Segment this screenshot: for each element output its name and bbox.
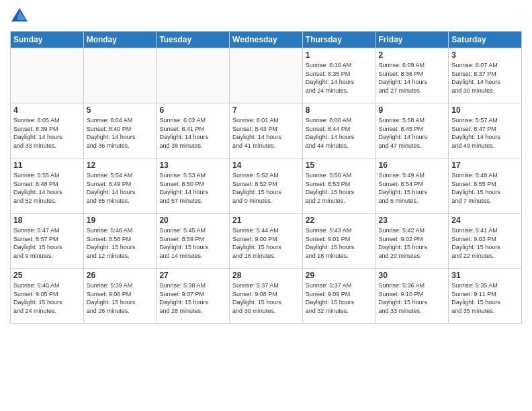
day-info: Sunrise: 5:46 AM Sunset: 8:58 PM Dayligh…	[87, 226, 154, 260]
weekday-header-monday: Monday	[83, 32, 157, 48]
calendar-cell: 18Sunrise: 5:47 AM Sunset: 8:57 PM Dayli…	[11, 214, 84, 269]
day-info: Sunrise: 5:57 AM Sunset: 8:47 PM Dayligh…	[451, 116, 519, 150]
day-info: Sunrise: 5:42 AM Sunset: 9:02 PM Dayligh…	[379, 226, 446, 260]
calendar-cell: 8Sunrise: 6:00 AM Sunset: 8:44 PM Daylig…	[302, 103, 375, 158]
day-info: Sunrise: 5:58 AM Sunset: 8:45 PM Dayligh…	[379, 116, 446, 150]
day-number: 26	[87, 271, 154, 280]
page: SundayMondayTuesdayWednesdayThursdayFrid…	[0, 0, 532, 411]
calendar-cell: 30Sunrise: 5:36 AM Sunset: 9:10 PM Dayli…	[375, 269, 449, 324]
weekday-header-sunday: Sunday	[11, 32, 84, 48]
day-number: 1	[306, 50, 373, 60]
day-number: 14	[232, 161, 300, 170]
day-info: Sunrise: 6:10 AM Sunset: 8:35 PM Dayligh…	[306, 61, 373, 95]
day-number: 12	[87, 161, 154, 170]
day-info: Sunrise: 5:40 AM Sunset: 9:05 PM Dayligh…	[13, 281, 81, 315]
calendar-cell: 11Sunrise: 5:55 AM Sunset: 8:48 PM Dayli…	[11, 158, 84, 214]
calendar-cell	[83, 48, 157, 103]
day-info: Sunrise: 6:04 AM Sunset: 8:40 PM Dayligh…	[87, 116, 154, 150]
day-info: Sunrise: 5:36 AM Sunset: 9:10 PM Dayligh…	[379, 281, 446, 315]
day-info: Sunrise: 5:49 AM Sunset: 8:54 PM Dayligh…	[379, 171, 446, 205]
week-row-1: 1Sunrise: 6:10 AM Sunset: 8:35 PM Daylig…	[11, 48, 522, 103]
day-info: Sunrise: 6:02 AM Sunset: 8:41 PM Dayligh…	[159, 116, 226, 150]
calendar-cell: 2Sunrise: 6:09 AM Sunset: 8:36 PM Daylig…	[375, 48, 449, 103]
day-info: Sunrise: 5:38 AM Sunset: 9:07 PM Dayligh…	[159, 281, 226, 315]
weekday-header-friday: Friday	[375, 32, 449, 48]
day-number: 4	[13, 105, 81, 115]
calendar-cell: 25Sunrise: 5:40 AM Sunset: 9:05 PM Dayli…	[11, 269, 84, 324]
day-number: 29	[306, 271, 373, 280]
calendar-cell: 19Sunrise: 5:46 AM Sunset: 8:58 PM Dayli…	[83, 214, 157, 269]
day-number: 16	[379, 161, 446, 170]
calendar-cell: 16Sunrise: 5:49 AM Sunset: 8:54 PM Dayli…	[375, 158, 449, 214]
calendar-cell: 22Sunrise: 5:43 AM Sunset: 9:01 PM Dayli…	[302, 214, 375, 269]
day-number: 7	[232, 105, 300, 115]
calendar-cell: 9Sunrise: 5:58 AM Sunset: 8:45 PM Daylig…	[375, 103, 449, 158]
day-number: 9	[379, 105, 446, 115]
week-row-2: 4Sunrise: 6:05 AM Sunset: 8:39 PM Daylig…	[11, 103, 522, 158]
day-info: Sunrise: 5:45 AM Sunset: 8:59 PM Dayligh…	[159, 226, 226, 260]
day-number: 20	[159, 216, 226, 225]
day-info: Sunrise: 6:05 AM Sunset: 8:39 PM Dayligh…	[13, 116, 81, 150]
header	[10, 7, 522, 26]
day-info: Sunrise: 5:50 AM Sunset: 8:53 PM Dayligh…	[306, 171, 373, 205]
week-row-3: 11Sunrise: 5:55 AM Sunset: 8:48 PM Dayli…	[11, 158, 522, 214]
day-number: 6	[159, 105, 226, 115]
day-info: Sunrise: 5:43 AM Sunset: 9:01 PM Dayligh…	[306, 226, 373, 260]
day-number: 11	[13, 161, 81, 170]
calendar-cell: 27Sunrise: 5:38 AM Sunset: 9:07 PM Dayli…	[157, 269, 230, 324]
day-number: 17	[451, 161, 519, 170]
day-number: 23	[379, 216, 446, 225]
calendar-table: SundayMondayTuesdayWednesdayThursdayFrid…	[10, 31, 522, 324]
calendar-cell: 7Sunrise: 6:01 AM Sunset: 8:43 PM Daylig…	[230, 103, 303, 158]
calendar-cell	[157, 48, 230, 103]
day-number: 30	[379, 271, 446, 280]
day-number: 19	[87, 216, 154, 225]
calendar-cell	[230, 48, 303, 103]
day-info: Sunrise: 5:52 AM Sunset: 8:52 PM Dayligh…	[232, 171, 300, 205]
calendar-cell: 14Sunrise: 5:52 AM Sunset: 8:52 PM Dayli…	[230, 158, 303, 214]
calendar-cell	[11, 48, 84, 103]
calendar-body: 1Sunrise: 6:10 AM Sunset: 8:35 PM Daylig…	[11, 48, 522, 324]
day-info: Sunrise: 5:47 AM Sunset: 8:57 PM Dayligh…	[13, 226, 81, 260]
calendar-header: SundayMondayTuesdayWednesdayThursdayFrid…	[11, 32, 522, 48]
week-row-4: 18Sunrise: 5:47 AM Sunset: 8:57 PM Dayli…	[11, 214, 522, 269]
calendar-cell: 15Sunrise: 5:50 AM Sunset: 8:53 PM Dayli…	[302, 158, 375, 214]
day-number: 28	[232, 271, 300, 280]
day-number: 21	[232, 216, 300, 225]
calendar-cell: 3Sunrise: 6:07 AM Sunset: 8:37 PM Daylig…	[449, 48, 522, 103]
week-row-5: 25Sunrise: 5:40 AM Sunset: 9:05 PM Dayli…	[11, 269, 522, 324]
calendar-cell: 20Sunrise: 5:45 AM Sunset: 8:59 PM Dayli…	[157, 214, 230, 269]
day-number: 10	[451, 105, 519, 115]
weekday-header-thursday: Thursday	[302, 32, 375, 48]
day-number: 31	[451, 271, 519, 280]
calendar-cell: 5Sunrise: 6:04 AM Sunset: 8:40 PM Daylig…	[83, 103, 157, 158]
calendar-cell: 10Sunrise: 5:57 AM Sunset: 8:47 PM Dayli…	[449, 103, 522, 158]
weekday-header-saturday: Saturday	[449, 32, 522, 48]
day-info: Sunrise: 5:35 AM Sunset: 9:11 PM Dayligh…	[451, 281, 519, 315]
day-number: 8	[306, 105, 373, 115]
weekday-header-wednesday: Wednesday	[230, 32, 303, 48]
day-info: Sunrise: 6:01 AM Sunset: 8:43 PM Dayligh…	[232, 116, 300, 150]
calendar-cell: 1Sunrise: 6:10 AM Sunset: 8:35 PM Daylig…	[302, 48, 375, 103]
day-number: 13	[159, 161, 226, 170]
calendar-cell: 13Sunrise: 5:53 AM Sunset: 8:50 PM Dayli…	[157, 158, 230, 214]
day-number: 3	[451, 50, 519, 60]
calendar-cell: 28Sunrise: 5:37 AM Sunset: 9:08 PM Dayli…	[230, 269, 303, 324]
day-number: 15	[306, 161, 373, 170]
calendar-cell: 12Sunrise: 5:54 AM Sunset: 8:49 PM Dayli…	[83, 158, 157, 214]
calendar-cell: 6Sunrise: 6:02 AM Sunset: 8:41 PM Daylig…	[157, 103, 230, 158]
calendar-cell: 29Sunrise: 5:37 AM Sunset: 9:09 PM Dayli…	[302, 269, 375, 324]
logo-icon	[10, 7, 29, 26]
day-info: Sunrise: 6:07 AM Sunset: 8:37 PM Dayligh…	[451, 61, 519, 95]
day-number: 22	[306, 216, 373, 225]
day-info: Sunrise: 5:44 AM Sunset: 9:00 PM Dayligh…	[232, 226, 300, 260]
day-info: Sunrise: 5:41 AM Sunset: 9:03 PM Dayligh…	[451, 226, 519, 260]
day-info: Sunrise: 5:54 AM Sunset: 8:49 PM Dayligh…	[87, 171, 154, 205]
day-number: 18	[13, 216, 81, 225]
day-info: Sunrise: 5:55 AM Sunset: 8:48 PM Dayligh…	[13, 171, 81, 205]
day-number: 25	[13, 271, 81, 280]
day-number: 2	[379, 50, 446, 60]
calendar-cell: 24Sunrise: 5:41 AM Sunset: 9:03 PM Dayli…	[449, 214, 522, 269]
day-info: Sunrise: 5:37 AM Sunset: 9:08 PM Dayligh…	[232, 281, 300, 315]
day-info: Sunrise: 5:53 AM Sunset: 8:50 PM Dayligh…	[159, 171, 226, 205]
